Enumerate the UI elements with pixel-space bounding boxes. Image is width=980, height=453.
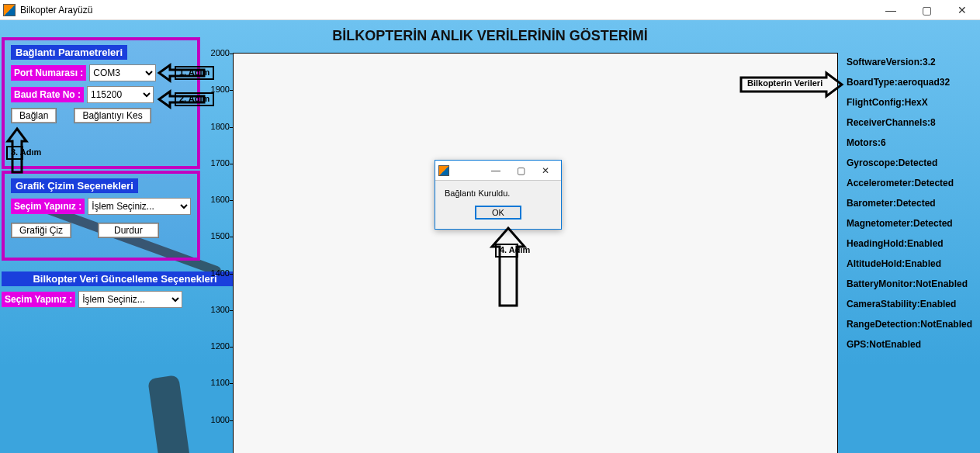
y-tick-label: 1800: [206, 122, 230, 131]
plot-panel-header: Grafik Çizim Seçenekleri: [11, 178, 138, 193]
info-item: HeadingHold:Enabled: [847, 239, 975, 248]
info-item: CameraStability:Enabled: [847, 299, 975, 309]
disconnect-button[interactable]: Bağlantıyı Kes: [74, 108, 151, 123]
y-tick-label: 2000: [206, 48, 230, 57]
close-button[interactable]: ✕: [944, 0, 980, 20]
update-select[interactable]: İşlem Seçiniz...: [78, 291, 182, 308]
plot-select-label: Seçim Yapınız :: [11, 199, 85, 214]
dialog-minimize-button[interactable]: —: [483, 161, 508, 180]
stop-button[interactable]: Durdur: [98, 223, 159, 238]
dialog-message: Bağlantı Kuruldu.: [445, 188, 552, 198]
main-content: BİLKOPTERİN ANLIK VERİLERİNİN GÖSTERİMİ …: [0, 20, 980, 453]
info-item: BoardType:aeroquad32: [847, 78, 975, 87]
dialog-titlebar: — ▢ ✕: [435, 161, 561, 181]
y-tick-label: 1900: [206, 85, 230, 94]
info-item: RangeDetection:NotEnabled: [847, 320, 975, 329]
update-select-label: Seçim Yapınız :: [2, 292, 75, 307]
info-item: SoftwareVersion:3.2: [847, 57, 975, 67]
port-label: Port Numarası :: [11, 65, 86, 81]
message-dialog: — ▢ ✕ Bağlantı Kuruldu. OK: [435, 160, 562, 230]
dialog-maximize-button[interactable]: ▢: [508, 161, 533, 180]
info-item: Motors:6: [847, 138, 975, 147]
y-tick-label: 1100: [206, 378, 230, 387]
window-title: Bilkopter Arayüzü: [20, 5, 873, 16]
app-logo-icon: [3, 4, 16, 16]
window-titlebar: Bilkopter Arayüzü — ▢ ✕: [0, 0, 980, 20]
plot-panel: Grafik Çizim Seçenekleri Seçim Yapınız :…: [2, 171, 200, 261]
y-tick-label: 1000: [206, 415, 230, 424]
info-item: Barometer:Detected: [847, 199, 975, 208]
maximize-button[interactable]: ▢: [909, 0, 944, 20]
y-tick-label: 1200: [206, 341, 230, 351]
draw-graph-button[interactable]: Grafiği Çiz: [11, 223, 71, 238]
connection-panel: Bağlantı Parametreleri Port Numarası : C…: [2, 37, 200, 169]
info-item: Accelerometer:Detected: [847, 178, 975, 188]
info-panel: SoftwareVersion:3.2BoardType:aeroquad32F…: [842, 53, 980, 453]
info-item: FlightConfig:HexX: [847, 98, 975, 107]
info-item: AltitudeHold:Enabled: [847, 259, 975, 268]
y-tick-label: 1500: [206, 231, 230, 240]
baud-label: Baud Rate No :: [11, 87, 84, 102]
port-select[interactable]: COM3: [89, 64, 156, 81]
minimize-button[interactable]: —: [873, 0, 909, 20]
dialog-logo-icon: [438, 165, 449, 176]
info-item: GPS:NotEnabled: [847, 340, 975, 349]
dialog-ok-button[interactable]: OK: [475, 206, 521, 220]
info-item: ReceiverChannels:8: [847, 118, 975, 127]
baud-select[interactable]: 115200: [87, 86, 154, 103]
connect-button[interactable]: Bağlan: [11, 108, 57, 123]
info-item: BatteryMonitor:NotEnabled: [847, 279, 975, 289]
info-item: Gyroscope:Detected: [847, 158, 975, 168]
info-item: Magnetometer:Detected: [847, 219, 975, 228]
y-tick-label: 1300: [206, 305, 230, 314]
connection-panel-header: Bağlantı Parametreleri: [11, 45, 127, 60]
y-tick-label: 1700: [206, 158, 230, 168]
plot-select[interactable]: İşlem Seçiniz...: [88, 198, 191, 215]
dialog-close-button[interactable]: ✕: [533, 161, 558, 180]
y-tick-label: 1400: [206, 268, 230, 278]
y-tick-label: 1600: [206, 195, 230, 204]
chart-axes: [233, 53, 838, 453]
